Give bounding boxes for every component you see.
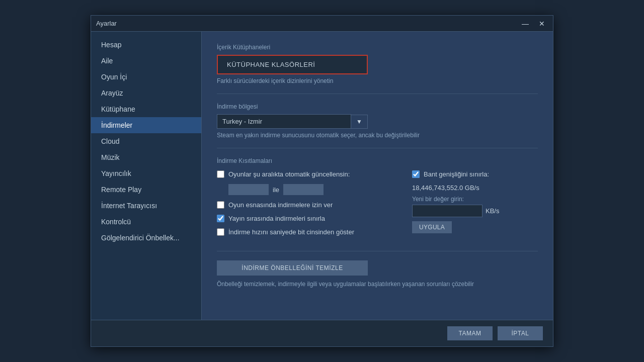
restrictions-section-label: İndirme Kısıtlamaları <box>217 157 538 164</box>
dialog-title: Ayarlar <box>96 20 117 27</box>
show-speed-row: İndirme hızını saniyede bit cinsinden gö… <box>217 228 392 236</box>
restrictions-grid: Oyunlar şu aralıkta otomatik güncellensi… <box>217 170 538 242</box>
sidebar-item-muzik[interactable]: Müzik <box>91 149 201 165</box>
in-game-row: Oyun esnasında indirmelere izin ver <box>217 201 392 209</box>
sidebar-item-yayincilik[interactable]: Yayıncılık <box>91 165 201 182</box>
auto-update-row: Oyunlar şu aralıkta otomatik güncellensi… <box>217 170 392 178</box>
settings-dialog: Ayarlar — ✕ HesapAileOyun İçiArayüzKütüp… <box>91 15 553 347</box>
new-value-input[interactable] <box>412 205 482 217</box>
select-arrow-icon: ▼ <box>351 115 368 129</box>
auto-update-checkbox[interactable] <box>217 170 224 178</box>
sidebar-item-kutuphane[interactable]: Kütüphane <box>91 101 201 117</box>
new-value-row: KB/s <box>412 205 538 217</box>
time-between-label: ile <box>273 186 279 194</box>
cancel-button[interactable]: İPTAL <box>498 326 543 340</box>
sidebar-item-aile[interactable]: Aile <box>91 53 201 69</box>
library-section-label: İçerik Kütüphaneleri <box>217 44 538 51</box>
clear-cache-note: Önbelleği temizlemek, indirmeyle ilgili … <box>217 281 538 288</box>
sidebar-item-hesap[interactable]: Hesap <box>91 37 201 53</box>
bandwidth-value: 18,446,743,552.0 GB/s <box>412 184 538 192</box>
bandwidth-checkbox[interactable] <box>412 170 420 178</box>
time-range-row: ile <box>228 184 392 195</box>
clear-cache-button[interactable]: İNDİRME ÖNBELLEĞİNİ TEMİZLE <box>217 260 368 276</box>
divider-2 <box>217 148 538 148</box>
region-select-wrapper: Turkey - IzmirTurkey - IstanbulGermany -… <box>217 114 368 129</box>
kbs-label: KB/s <box>486 207 499 215</box>
close-button[interactable]: ✕ <box>536 19 548 28</box>
sidebar-item-indirmeler[interactable]: İndirmeler <box>91 117 201 133</box>
dialog-footer: TAMAM İPTAL <box>91 320 553 346</box>
time-from-input[interactable] <box>228 184 269 195</box>
in-game-label: Oyun esnasında indirmelere izin ver <box>228 201 333 209</box>
minimize-button[interactable]: — <box>519 19 532 28</box>
new-value-label: Yeni bir değer girin: <box>412 196 538 203</box>
sidebar-item-golgelendirici-onbellek[interactable]: Gölgelendirici Önbellek... <box>91 230 201 246</box>
broadcast-row: Yayın sırasında indirmeleri sınırla <box>217 215 392 222</box>
download-region-label: İndirme bölgesi <box>217 103 538 110</box>
divider-3 <box>217 251 538 251</box>
ok-button[interactable]: TAMAM <box>447 326 493 340</box>
bandwidth-row: Bant genişliğini sınırla: <box>412 170 538 178</box>
bandwidth-label: Bant genişliğini sınırla: <box>424 170 489 178</box>
show-speed-checkbox[interactable] <box>217 228 224 236</box>
restrictions-left: Oyunlar şu aralıkta otomatik güncellensi… <box>217 170 392 242</box>
sidebar-item-kontrolcu[interactable]: Kontrolcü <box>91 214 201 230</box>
region-note: Steam en yakın indirme sunucusunu otomat… <box>217 132 538 139</box>
in-game-checkbox[interactable] <box>217 201 224 209</box>
sidebar-item-remote-play[interactable]: Remote Play <box>91 182 201 198</box>
library-folders-button[interactable]: KÜTÜPHANE KLASÖRLERİ <box>217 55 368 74</box>
titlebar: Ayarlar — ✕ <box>91 16 553 32</box>
library-sub-text: Farklı sürücülerdeki içerik dizinlerini … <box>217 77 538 84</box>
broadcast-label: Yayın sırasında indirmeleri sınırla <box>228 215 325 222</box>
apply-button[interactable]: UYGULA <box>412 221 452 233</box>
titlebar-controls: — ✕ <box>519 19 548 28</box>
sidebar-item-cloud[interactable]: Cloud <box>91 133 201 149</box>
divider-1 <box>217 94 538 94</box>
restrictions-right: Bant genişliğini sınırla: 18,446,743,552… <box>412 170 538 242</box>
sidebar: HesapAileOyun İçiArayüzKütüphaneİndirmel… <box>91 32 202 320</box>
dialog-body: HesapAileOyun İçiArayüzKütüphaneİndirmel… <box>91 32 553 320</box>
sidebar-item-arayuz[interactable]: Arayüz <box>91 85 201 101</box>
region-select[interactable]: Turkey - IzmirTurkey - IstanbulGermany -… <box>217 114 351 129</box>
time-to-input[interactable] <box>283 184 324 195</box>
auto-update-label: Oyunlar şu aralıkta otomatik güncellensi… <box>228 170 350 178</box>
sidebar-item-internet-tarayicisi[interactable]: İnternet Tarayıcısı <box>91 198 201 214</box>
broadcast-checkbox[interactable] <box>217 215 224 222</box>
sidebar-item-oyun-ici[interactable]: Oyun İçi <box>91 69 201 85</box>
show-speed-label: İndirme hızını saniyede bit cinsinden gö… <box>228 228 354 236</box>
content-area: İçerik Kütüphaneleri KÜTÜPHANE KLASÖRLER… <box>202 32 553 320</box>
